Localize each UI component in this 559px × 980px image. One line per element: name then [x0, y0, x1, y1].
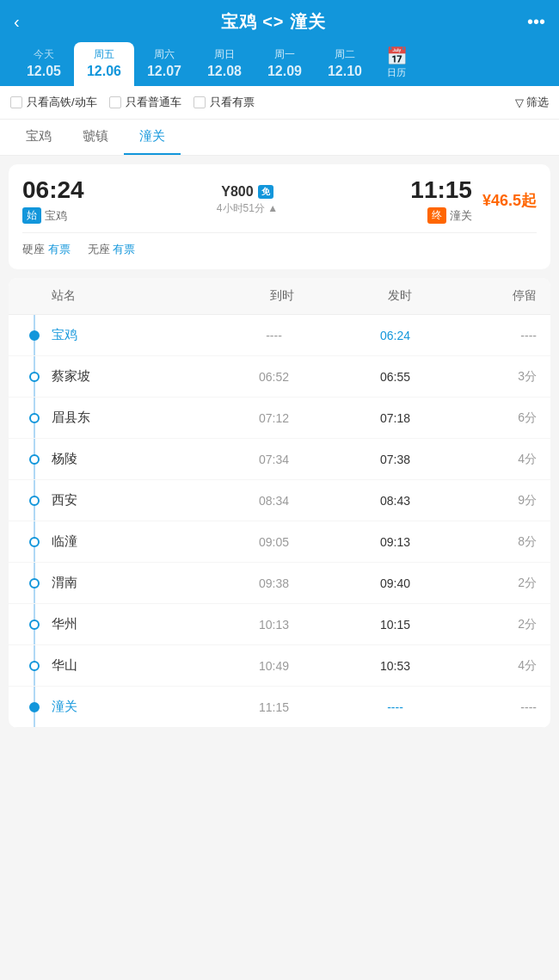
start-station: 宝鸡: [45, 208, 67, 224]
header: ‹ 宝鸡 <> 潼关 ••• 今天12.05周五12.06周六12.07周日12…: [0, 0, 559, 86]
filter-youpiao[interactable]: 只看有票: [194, 95, 255, 110]
stop-name: 杨陵: [52, 451, 213, 467]
stop-arrive: 06:52: [213, 370, 335, 384]
ticket-status-noseat: 有票: [113, 243, 135, 256]
ticket-hardSeat: 硬座 有票: [22, 242, 71, 257]
table-row: 潼关 11:15 ---- ----: [9, 687, 550, 728]
day-name-mon: 周一: [274, 47, 295, 62]
filter-gaotie-label: 只看高铁/动车: [27, 95, 97, 110]
calendar-icon: 📅: [386, 46, 408, 66]
stop-arrive: 10:13: [213, 618, 335, 632]
date-tab-tue[interactable]: 周二12.10: [315, 42, 375, 86]
day-name-today: 今天: [34, 47, 54, 62]
col-header-stay: 停留: [458, 288, 537, 304]
stop-name: 潼关: [52, 699, 213, 715]
filter-button[interactable]: ▽ 筛选: [515, 95, 549, 110]
stop-stay: 8分: [456, 534, 537, 550]
filter-putong[interactable]: 只看普通车: [109, 95, 181, 110]
stop-stay: 2分: [456, 576, 537, 591]
stop-line-col: [22, 330, 46, 341]
stop-name: 华山: [52, 657, 213, 674]
back-button[interactable]: ‹: [14, 12, 20, 32]
table-row: 西安 08:34 08:43 9分: [9, 480, 550, 521]
train-price: ¥46.5起: [482, 190, 537, 211]
day-num-sat: 12.07: [147, 64, 181, 79]
stop-line-col: [22, 619, 46, 630]
stop-depart: 06:55: [335, 370, 456, 384]
duration-icon: ▲: [267, 202, 278, 214]
stop-depart: 09:40: [335, 576, 456, 590]
ticket-type-hardseat: 硬座: [22, 243, 45, 256]
date-tab-bar: 今天12.05周五12.06周六12.07周日12.08周一12.09周二12.…: [14, 40, 545, 86]
day-num-fri: 12.06: [87, 64, 121, 79]
train-duration: 4小时51分 ▲: [217, 201, 278, 216]
day-num-sun: 12.08: [207, 64, 242, 79]
train-card: 06:24 始 宝鸡 Y800 免 4小时51分 ▲ 11:15 终 潼关: [9, 164, 550, 269]
table-row: 华山 10:49 10:53 4分: [9, 645, 550, 687]
stop-depart: 10:15: [335, 618, 456, 632]
end-tag: 终: [427, 207, 446, 224]
checkbox-gaotie[interactable]: [10, 96, 22, 108]
station-tab-bar: 宝鸡虢镇潼关: [0, 120, 559, 156]
stop-depart: 10:53: [335, 659, 456, 673]
arrive-time: 11:15: [410, 176, 472, 204]
calendar-button[interactable]: 📅日历: [375, 40, 418, 86]
day-name-fri: 周五: [94, 47, 114, 62]
more-button[interactable]: •••: [527, 12, 545, 32]
stop-arrive: 08:34: [213, 494, 335, 508]
stop-dot: [29, 578, 40, 589]
stop-name: 临潼: [52, 533, 213, 550]
table-row: 渭南 09:38 09:40 2分: [9, 563, 550, 604]
stop-stay: 2分: [456, 617, 537, 632]
stop-line-col: [22, 661, 46, 671]
stop-name: 眉县东: [52, 410, 213, 426]
stops-body: 宝鸡 ---- 06:24 ---- 蔡家坡 06:52 06:55 3分 眉县…: [9, 315, 550, 728]
stop-arrive: 09:05: [213, 535, 335, 549]
date-tab-mon[interactable]: 周一12.09: [255, 42, 315, 86]
day-num-mon: 12.09: [267, 64, 302, 79]
stop-dot: [29, 702, 40, 712]
date-tab-sat[interactable]: 周六12.07: [134, 42, 194, 86]
stop-depart: 06:24: [335, 329, 456, 342]
table-row: 宝鸡 ---- 06:24 ----: [9, 315, 550, 356]
ticket-status-hardseat: 有票: [48, 243, 71, 256]
stop-name: 渭南: [52, 575, 213, 591]
table-row: 华州 10:13 10:15 2分: [9, 604, 550, 645]
stop-dot: [29, 661, 40, 671]
date-tab-fri[interactable]: 周五12.06: [74, 42, 134, 86]
stop-list: 站名 到时 发时 停留 宝鸡 ---- 06:24 ---- 蔡家坡 06:52…: [9, 278, 550, 728]
checkbox-putong[interactable]: [109, 96, 121, 108]
checkbox-youpiao[interactable]: [194, 96, 206, 108]
stop-arrive: 07:34: [213, 453, 335, 466]
stop-arrive: 09:38: [213, 576, 335, 590]
table-row: 眉县东 07:12 07:18 6分: [9, 398, 550, 439]
depart-time: 06:24: [22, 176, 84, 204]
day-num-today: 12.05: [27, 64, 61, 79]
stop-dot: [29, 413, 40, 423]
filter-gaotie[interactable]: 只看高铁/动车: [10, 95, 97, 110]
page-title: 宝鸡 <> 潼关: [221, 10, 326, 34]
station-tab-baoji[interactable]: 宝鸡: [10, 120, 67, 155]
stop-arrive: 11:15: [213, 700, 335, 714]
stop-name: 宝鸡: [52, 327, 213, 343]
stop-dot: [29, 537, 40, 547]
station-tab-tongguan[interactable]: 潼关: [124, 120, 181, 155]
filter-putong-label: 只看普通车: [126, 95, 181, 110]
stop-line-col: [22, 702, 46, 712]
stop-arrive: 07:12: [213, 411, 335, 425]
end-station: 潼关: [450, 208, 472, 224]
stop-line-col: [22, 496, 46, 506]
day-num-tue: 12.10: [328, 64, 362, 79]
stop-stay: ----: [456, 329, 537, 342]
train-number: Y800: [221, 184, 253, 200]
col-header-depart: 发时: [341, 288, 458, 304]
stop-dot: [29, 496, 40, 506]
station-tab-huzhen[interactable]: 虢镇: [67, 120, 124, 155]
date-tab-sun[interactable]: 周日12.08: [194, 42, 255, 86]
date-tab-today[interactable]: 今天12.05: [14, 42, 74, 86]
filter-youpiao-label: 只看有票: [210, 95, 255, 110]
ticket-type-noseat: 无座: [88, 243, 110, 256]
day-name-sun: 周日: [214, 47, 235, 62]
stop-dot: [29, 330, 40, 341]
stop-stay: 9分: [456, 493, 537, 508]
